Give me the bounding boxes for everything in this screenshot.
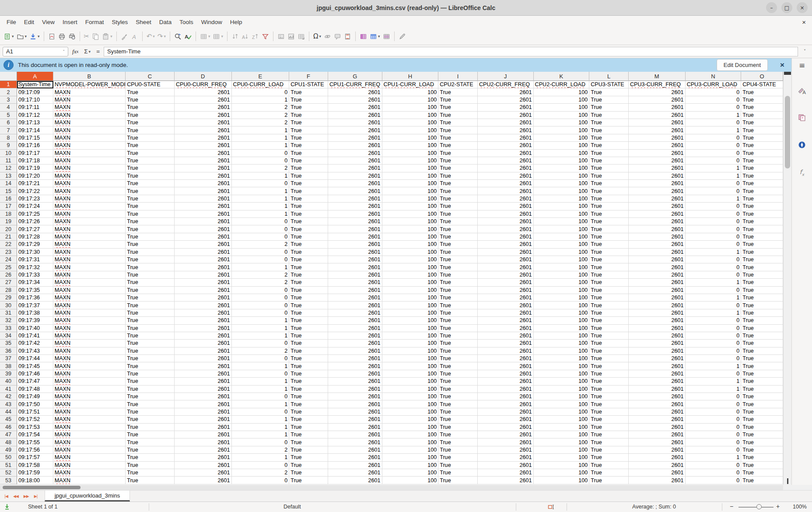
cell[interactable]: 100 (382, 150, 439, 157)
cell[interactable]: 2601 (478, 126, 534, 134)
cell[interactable]: 2601 (629, 309, 686, 317)
row-header-21[interactable]: 21 (0, 233, 17, 241)
cell[interactable]: 0 (232, 302, 290, 309)
row-header-20[interactable]: 20 (0, 225, 17, 233)
cell[interactable]: True (438, 438, 478, 446)
cell[interactable]: True (741, 287, 783, 294)
cell[interactable]: 09:17:15 (17, 134, 53, 142)
cell[interactable]: True (126, 203, 175, 210)
cell[interactable]: True (741, 431, 783, 438)
cell[interactable]: 2601 (629, 340, 686, 347)
cell[interactable]: True (438, 263, 478, 271)
cell[interactable]: True (289, 438, 328, 446)
cell[interactable]: 2601 (478, 263, 534, 271)
cell[interactable]: True (126, 187, 175, 195)
cell[interactable]: True (438, 408, 478, 416)
cell[interactable]: 09:17:36 (17, 294, 53, 302)
cell[interactable]: 1 (686, 249, 742, 256)
row-header-23[interactable]: 23 (0, 249, 17, 256)
cell[interactable]: True (126, 233, 175, 241)
cell[interactable]: True (741, 424, 783, 431)
cell[interactable]: 2601 (478, 249, 534, 256)
cell[interactable]: 2601 (328, 309, 382, 317)
cell[interactable]: 2601 (629, 157, 686, 165)
cell[interactable]: 100 (382, 438, 439, 446)
cell[interactable]: True (289, 150, 328, 157)
cell[interactable]: 2601 (629, 317, 686, 324)
cell[interactable]: 2 (232, 165, 290, 172)
cell[interactable]: True (289, 88, 328, 96)
cell[interactable]: True (438, 378, 478, 385)
cell[interactable]: True (741, 241, 783, 248)
dropdown-arrow-icon[interactable]: ▾ (378, 34, 380, 39)
cell[interactable]: 2601 (175, 271, 232, 279)
cell[interactable]: True (438, 165, 478, 172)
cell[interactable]: 09:17:54 (17, 431, 53, 438)
cell[interactable]: 2601 (629, 104, 686, 111)
cell[interactable]: 100 (382, 347, 439, 355)
cell[interactable]: 2601 (478, 454, 534, 461)
cell[interactable]: 1 (686, 195, 742, 203)
autofilter-icon[interactable] (261, 32, 270, 42)
cell[interactable]: 100 (534, 309, 590, 317)
cell[interactable]: True (589, 378, 629, 385)
row-header-27[interactable]: 27 (0, 279, 17, 286)
cell[interactable]: True (589, 263, 629, 271)
cell[interactable]: True (589, 469, 629, 477)
cell[interactable]: True (126, 195, 175, 203)
cell[interactable]: 1 (232, 263, 290, 271)
cell[interactable]: True (126, 438, 175, 446)
cell[interactable]: True (126, 218, 175, 225)
cell[interactable]: True (438, 96, 478, 104)
cell[interactable]: 09:17:46 (17, 370, 53, 378)
cell[interactable]: 1 (232, 416, 290, 423)
cell[interactable]: True (289, 446, 328, 454)
cell[interactable]: 2601 (175, 279, 232, 286)
cell[interactable]: 100 (382, 279, 439, 286)
cell[interactable]: 100 (382, 393, 439, 400)
cell[interactable]: True (438, 187, 478, 195)
cell[interactable]: True (589, 416, 629, 423)
cell[interactable]: 2601 (175, 393, 232, 400)
cell[interactable]: True (126, 408, 175, 416)
cell[interactable]: 2601 (478, 218, 534, 225)
cell[interactable]: 2601 (175, 355, 232, 362)
cell[interactable]: 0 (686, 446, 742, 454)
column-header-N[interactable]: N (686, 72, 742, 81)
cell[interactable]: True (438, 233, 478, 241)
column-header-A[interactable]: A (17, 72, 53, 81)
cell[interactable]: 100 (382, 400, 439, 408)
cell[interactable]: 2601 (328, 469, 382, 477)
cell[interactable]: 2601 (175, 400, 232, 408)
cell[interactable]: 100 (534, 416, 590, 423)
cell[interactable]: 2601 (175, 241, 232, 248)
cell[interactable]: 2601 (175, 386, 232, 393)
cell[interactable]: 100 (534, 462, 590, 469)
cell[interactable]: 2601 (328, 325, 382, 332)
cell[interactable]: True (589, 225, 629, 233)
cell[interactable]: True (741, 119, 783, 126)
cell[interactable]: 2601 (175, 325, 232, 332)
cell[interactable]: 2601 (478, 195, 534, 203)
cell[interactable]: 100 (382, 225, 439, 233)
cell[interactable]: MAXN (53, 317, 126, 324)
cell[interactable]: True (438, 362, 478, 370)
horizontal-scrollbar[interactable] (0, 485, 812, 490)
cell[interactable]: 2601 (478, 355, 534, 362)
menu-tools[interactable]: Tools (175, 17, 197, 27)
cell[interactable]: True (589, 157, 629, 165)
cell[interactable]: 100 (534, 96, 590, 104)
cell[interactable]: True (741, 438, 783, 446)
menu-file[interactable]: File (3, 17, 20, 27)
cell[interactable]: True (589, 317, 629, 324)
cell[interactable]: True (741, 370, 783, 378)
cell[interactable]: 0 (686, 438, 742, 446)
cell[interactable]: 2601 (328, 249, 382, 256)
cell[interactable]: True (438, 393, 478, 400)
cell[interactable]: 100 (382, 424, 439, 431)
cell[interactable]: 100 (382, 134, 439, 142)
row-header-44[interactable]: 44 (0, 408, 17, 416)
cell[interactable]: 100 (534, 469, 590, 477)
cell[interactable]: 100 (382, 378, 439, 385)
cell[interactable]: True (741, 462, 783, 469)
